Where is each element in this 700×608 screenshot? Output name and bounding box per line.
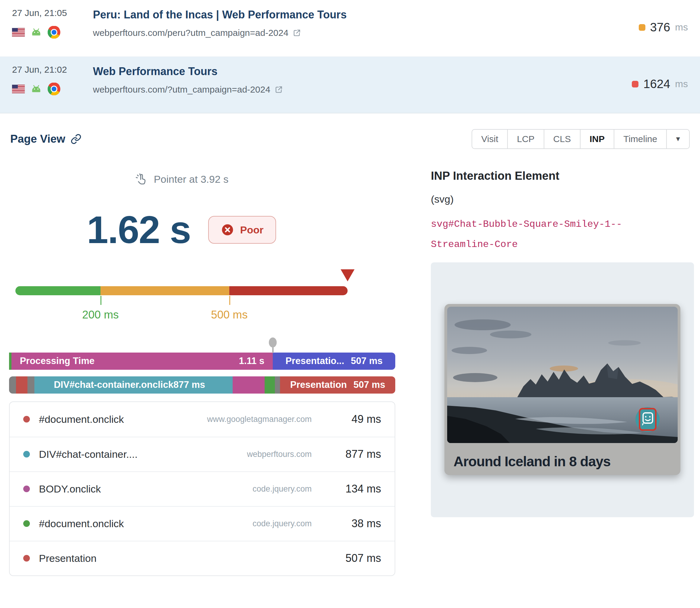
- us-flag-icon: [12, 28, 25, 37]
- pointer-label: Pointer at 3.92 s: [154, 173, 229, 185]
- inp-ms-unit: ms: [675, 78, 688, 90]
- event-segment: [9, 376, 16, 394]
- timeline-pin-marker: [269, 338, 277, 353]
- table-row: #document.onclick www.googletagmanager.c…: [10, 402, 395, 437]
- page-title: Page View: [10, 133, 65, 145]
- legend-dot-red: [23, 555, 30, 562]
- us-flag-icon: [12, 85, 25, 93]
- gauge-label-500: 500 ms: [211, 308, 247, 321]
- gauge-tick-200: [100, 296, 102, 305]
- inp-breakdown-bars: Processing Time1.11 s Presentatio...507 …: [9, 353, 395, 394]
- input-delay-segment: [9, 353, 12, 370]
- gauge-poor-segment: [229, 286, 348, 295]
- legend-dot-magenta: [23, 486, 30, 492]
- android-icon: [30, 28, 42, 37]
- inp-detail-column: Pointer at 3.92 s 1.62 s Poor: [0, 157, 404, 576]
- inp-value: 1.62 s: [87, 209, 191, 251]
- tab-visit[interactable]: Visit: [472, 130, 507, 148]
- link-icon[interactable]: [71, 134, 81, 145]
- session-url: webperftours.com/?utm_campaign=ad-2024: [93, 84, 270, 95]
- tab-lcp[interactable]: LCP: [507, 130, 544, 148]
- event-segment: [264, 376, 275, 394]
- event-segment: [27, 376, 34, 394]
- element-screenshot-panel: Around Iceland in 8 days: [431, 262, 694, 517]
- legend-dot-green: [23, 520, 30, 527]
- gauge-needs-improvement-segment: [100, 286, 229, 295]
- external-link-icon[interactable]: [293, 28, 301, 37]
- status-square-orange: [639, 24, 645, 31]
- event-breakdown-table: #document.onclick www.googletagmanager.c…: [9, 401, 395, 576]
- inp-interaction-panel: INP Interaction Element (svg) svg#Chat-B…: [431, 157, 700, 576]
- table-row: BODY.onclick code.jquery.com 134 ms: [10, 471, 395, 506]
- android-icon: [30, 84, 42, 94]
- gauge-tick-500: [229, 296, 230, 305]
- chrome-icon: [48, 26, 60, 39]
- processing-time-segment: Processing Time1.11 s: [12, 353, 273, 370]
- rating-badge: Poor: [208, 216, 276, 244]
- presentation-delay-segment: Presentatio...507 ms: [273, 353, 395, 370]
- session-row-2-selected[interactable]: 27 Jun, 21:02 Web Performance Tours webp…: [0, 57, 700, 113]
- table-row: Presentation 507 ms: [10, 541, 395, 575]
- legend-dot-red: [23, 416, 30, 422]
- gauge-good-segment: [15, 286, 100, 295]
- screenshot-page-heading: Around Iceland in 8 days: [454, 453, 680, 470]
- event-segment: [16, 376, 27, 394]
- interaction-element-heading: INP Interaction Element: [431, 170, 700, 183]
- presentation-segment: Presentation507 ms: [280, 376, 395, 394]
- table-row: #document.onclick code.jquery.com 38 ms: [10, 506, 395, 541]
- session-title[interactable]: Web Performance Tours: [93, 65, 283, 78]
- inp-events-bar: DIV#chat-container.onclick877 ms Present…: [9, 376, 395, 394]
- inp-ms-unit: ms: [675, 22, 688, 33]
- session-timestamp: 27 Jun, 21:02: [12, 64, 93, 75]
- tap-pointer-icon: [134, 172, 148, 186]
- inp-threshold-gauge: 200 ms 500 ms: [15, 286, 348, 337]
- tab-cls[interactable]: CLS: [544, 130, 580, 148]
- view-tab-group: Visit LCP CLS INP Timeline ▼: [472, 129, 690, 149]
- rum-inp-page: 27 Jun, 21:05 Peru: Land of the Incas | …: [0, 0, 700, 608]
- session-row-1[interactable]: 27 Jun, 21:05 Peru: Land of the Incas | …: [0, 0, 700, 57]
- chevron-down-icon[interactable]: ▼: [666, 130, 689, 148]
- page-screenshot-card: Around Iceland in 8 days: [444, 304, 680, 475]
- chrome-icon: [48, 83, 60, 95]
- tab-timeline[interactable]: Timeline: [614, 130, 666, 148]
- gauge-label-200: 200 ms: [82, 308, 118, 321]
- legend-dot-teal: [23, 451, 30, 457]
- interaction-element-selector: svg#Chat-Bubble-Square-Smiley-1--Streaml…: [431, 214, 639, 254]
- session-title[interactable]: Peru: Land of the Incas | Web Performanc…: [93, 8, 347, 21]
- inp-phases-bar: Processing Time1.11 s Presentatio...507 …: [9, 353, 395, 370]
- event-segment: [233, 376, 264, 394]
- event-segment: [275, 376, 280, 394]
- inp-value-badge: 376 ms: [639, 20, 688, 34]
- inp-ms-number: 1624: [643, 77, 670, 91]
- chat-container-onclick-segment: DIV#chat-container.onclick877 ms: [34, 376, 233, 394]
- gauge-marker-triangle: [340, 269, 354, 281]
- pointer-line: Pointer at 3.92 s: [15, 172, 348, 186]
- external-link-icon[interactable]: [275, 86, 283, 94]
- page-view-toolbar: Page View Visit LCP CLS INP Timeline ▼: [0, 113, 700, 149]
- interaction-element-tag: (svg): [431, 193, 700, 205]
- inp-value-badge: 1624 ms: [632, 77, 688, 91]
- tab-inp[interactable]: INP: [580, 130, 614, 148]
- session-timestamp: 27 Jun, 21:05: [12, 8, 93, 18]
- inp-ms-number: 376: [650, 20, 670, 34]
- x-circle-icon: [221, 223, 234, 236]
- session-url: webperftours.com/peru?utm_campaign=ad-20…: [93, 28, 289, 38]
- rating-label: Poor: [240, 224, 263, 236]
- table-row: DIV#chat-container.... webperftours.com …: [10, 437, 395, 471]
- iceland-hero-photo: [447, 307, 678, 443]
- status-square-red: [632, 81, 639, 88]
